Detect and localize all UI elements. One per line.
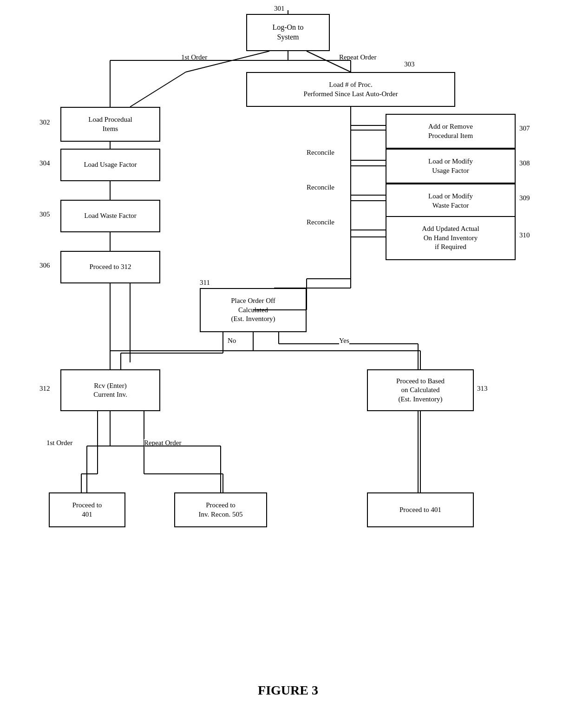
label-repeat-order-top: Repeat Order <box>339 53 376 61</box>
node-303: Load # of Proc.Performed Since Last Auto… <box>246 72 455 107</box>
node-313: Proceed to Basedon Calculated(Est. Inven… <box>367 369 474 411</box>
node-311: Place Order OffCalculated(Est. Inventory… <box>200 288 307 332</box>
node-312: Rcv (Enter)Current Inv. <box>60 369 160 411</box>
node-310: Add Updated ActualOn Hand Inventoryif Re… <box>386 216 516 260</box>
node-309: Load or ModifyWaste Factor <box>386 184 516 218</box>
node-306: Proceed to 312 <box>60 251 160 283</box>
node-304: Load Usage Factor <box>60 149 160 181</box>
ref-313: 313 <box>477 385 488 393</box>
node-305: Load Waste Factor <box>60 200 160 232</box>
node-308: Load or ModifyUsage Factor <box>386 149 516 184</box>
label-repeat-order-bottom: Repeat Order <box>144 439 181 447</box>
ref-306: 306 <box>39 262 50 269</box>
ref-303-num: 303 <box>404 60 415 68</box>
label-reconcile-1: Reconcile <box>307 149 334 157</box>
ref-304: 304 <box>39 159 50 167</box>
ref-301: 301 <box>274 5 285 13</box>
node-proceed-401-left: Proceed to401 <box>49 492 125 527</box>
ref-310: 310 <box>519 231 530 239</box>
node-proceed-401-right: Proceed to 401 <box>367 492 474 527</box>
ref-311: 311 <box>200 279 210 287</box>
label-no: No <box>228 337 236 345</box>
node-307: Add or RemoveProcedural Item <box>386 114 516 149</box>
label-yes: Yes <box>339 337 349 345</box>
svg-line-1 <box>130 72 186 107</box>
label-reconcile-2: Reconcile <box>307 184 334 191</box>
diagram: Log-On to System 301 1st Order Repeat Or… <box>0 0 576 678</box>
ref-307: 307 <box>519 125 530 132</box>
ref-312: 312 <box>39 385 50 393</box>
label-reconcile-3: Reconcile <box>307 218 334 226</box>
ref-305: 305 <box>39 210 50 218</box>
node-proceed-inv-recon: Proceed toInv. Recon. 505 <box>174 492 267 527</box>
node-301: Log-On to System <box>246 14 330 51</box>
ref-302: 302 <box>39 118 50 126</box>
label-1st-order-bottom: 1st Order <box>46 439 72 447</box>
figure-label: FIGURE 3 <box>0 678 576 707</box>
node-302: Load ProcedualItems <box>60 107 160 142</box>
label-1st-order-top: 1st Order <box>181 53 207 61</box>
ref-308: 308 <box>519 159 530 167</box>
ref-309: 309 <box>519 194 530 202</box>
